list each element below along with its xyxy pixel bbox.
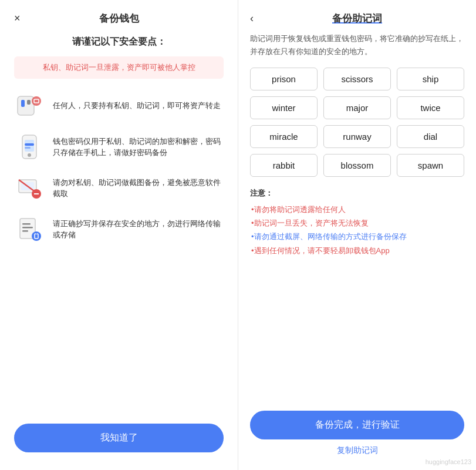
security-item-2: 钱包密码仅用于私钥、助记词的加密和解密，密码只存储在手机上，请做好密码备份 — [14, 132, 224, 162]
svg-rect-17 — [22, 227, 33, 229]
security-items-list: 任何人，只要持有私钥、助记词，即可将资产转走 钱包密码仅用于私钥、助记词的加密和… — [14, 90, 224, 414]
mnemonic-description: 助记词用于恢复钱包或重置钱包密码，将它准确的抄写在纸上，并存放在只有你知道的安全… — [250, 32, 464, 58]
mnemonic-word-1: prison — [250, 68, 318, 90]
mnemonic-word-4: winter — [250, 96, 318, 119]
svg-point-7 — [28, 153, 31, 157]
close-button[interactable]: × — [14, 12, 21, 25]
mnemonic-grid: prison scissors ship winter major twice … — [250, 68, 464, 177]
svg-rect-1 — [21, 100, 25, 107]
warning-banner: 私钥、助记词一旦泄露，资产即可被他人掌控 — [14, 56, 224, 79]
note-item-1: •请勿将助记词透露给任何人 — [250, 203, 464, 216]
screenshot-icon — [14, 173, 45, 203]
mnemonic-word-5: major — [323, 96, 391, 119]
backup-verify-button[interactable]: 备份完成，进行验证 — [250, 411, 464, 439]
document-icon — [14, 214, 45, 244]
right-panel-title: 备份助记词 — [332, 12, 382, 25]
mnemonic-word-11: blossom — [323, 154, 391, 177]
notes-section: 注意： •请勿将助记词透露给任何人 •助记词一旦丢失，资产将无法恢复 •请勿通过… — [250, 186, 464, 405]
back-button[interactable]: ‹ — [250, 12, 254, 25]
phone-icon — [14, 132, 45, 162]
svg-rect-18 — [22, 230, 28, 232]
know-button[interactable]: 我知道了 — [14, 424, 224, 452]
security-item-text-2: 钱包密码仅用于私钥、助记词的加密和解密，密码只存储在手机上，请做好密码备份 — [53, 136, 224, 159]
security-item-text-1: 任何人，只要持有私钥、助记词，即可将资产转走 — [53, 100, 221, 112]
svg-rect-16 — [22, 223, 31, 225]
mnemonic-word-6: twice — [397, 96, 464, 119]
left-subtitle: 请谨记以下安全要点： — [72, 36, 166, 48]
right-header: ‹ 备份助记词 — [250, 12, 464, 25]
svg-point-3 — [32, 96, 41, 106]
right-panel: ‹ 备份助记词 助记词用于恢复钱包或重置钱包密码，将它准确的抄写在纸上，并存放在… — [238, 0, 476, 470]
copy-mnemonic-link[interactable]: 复制助记词 — [250, 445, 464, 456]
left-panel-title: 备份钱包 — [99, 12, 139, 25]
svg-rect-8 — [25, 143, 34, 146]
note-item-2: •助记词一旦丢失，资产将无法恢复 — [250, 216, 464, 230]
key-icon — [14, 90, 45, 121]
mnemonic-word-10: rabbit — [250, 154, 318, 177]
security-item-text-4: 请正确抄写并保存在安全的地方，勿进行网络传输或存储 — [53, 218, 224, 241]
mnemonic-word-8: runway — [323, 125, 391, 148]
mnemonic-word-2: scissors — [323, 68, 391, 90]
mnemonic-word-9: dial — [397, 125, 464, 148]
svg-rect-0 — [18, 96, 34, 115]
note-item-4: •遇到任何情况，请不要轻易卸载钱包App — [250, 244, 464, 257]
svg-rect-9 — [25, 147, 31, 149]
mnemonic-word-12: spawn — [397, 154, 464, 177]
svg-rect-2 — [27, 100, 31, 105]
left-panel: × 备份钱包 请谨记以下安全要点： 私钥、助记词一旦泄露，资产即可被他人掌控 任… — [0, 0, 238, 470]
security-item-3: 请勿对私钥、助记词做截图备份，避免被恶意软件截取 — [14, 173, 224, 203]
watermark: huggingface123 — [426, 458, 471, 465]
security-item-1: 任何人，只要持有私钥、助记词，即可将资产转走 — [14, 90, 224, 121]
mnemonic-word-3: ship — [397, 68, 464, 90]
note-item-3: •请勿通过截屏、网络传输的方式进行备份保存 — [250, 230, 464, 243]
notes-title: 注意： — [250, 186, 464, 200]
security-item-4: 请正确抄写并保存在安全的地方，勿进行网络传输或存储 — [14, 214, 224, 244]
warning-text: 私钥、助记词一旦泄露，资产即可被他人掌控 — [22, 62, 215, 73]
left-header: × 备份钱包 — [14, 12, 224, 25]
security-item-text-3: 请勿对私钥、助记词做截图备份，避免被恶意软件截取 — [53, 177, 224, 200]
mnemonic-word-7: miracle — [250, 125, 318, 148]
